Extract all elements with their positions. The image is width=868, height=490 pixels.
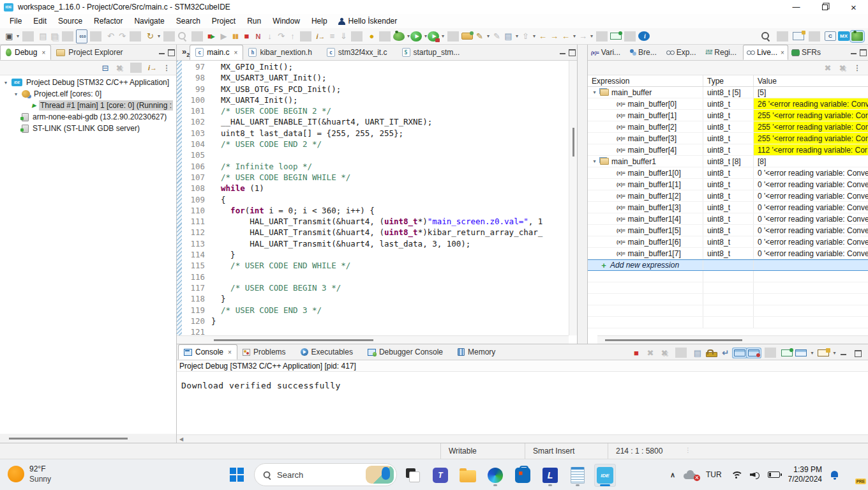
dropdown-icon[interactable]: ▾ [422, 29, 428, 43]
tab-overflow-chevron[interactable]: »2 [182, 47, 190, 58]
expander-icon[interactable]: ▾ [13, 91, 19, 97]
expander-icon[interactable]: ▾ [592, 89, 597, 95]
expander-icon[interactable]: ▾ [592, 158, 597, 164]
scroll-thumb[interactable] [9, 438, 128, 440]
panel-tab[interactable]: Bre... [627, 45, 663, 60]
dropdown-icon[interactable]: ▾ [155, 29, 161, 43]
step-into-icon[interactable]: ↓ [263, 29, 274, 43]
stm32cubeide-icon[interactable]: IDE [594, 464, 616, 487]
remove-expression-icon[interactable]: ✖ [822, 61, 834, 75]
close-tab-icon[interactable]: × [228, 349, 232, 356]
battery-icon[interactable] [768, 471, 780, 478]
panel-tab[interactable]: Executables [296, 344, 363, 360]
expander-icon[interactable]: ▾ [3, 80, 9, 86]
dropdown-icon[interactable]: ▾ [809, 346, 815, 360]
minimize-view-icon[interactable] [158, 48, 166, 56]
dropdown-icon[interactable]: ▾ [484, 29, 490, 43]
editor-tab[interactable]: c stm32f4xx_it.c [322, 45, 397, 60]
collapse-frames-icon[interactable]: ⇓ [337, 29, 348, 43]
open-console-icon[interactable] [818, 349, 829, 356]
pin-console-icon[interactable] [781, 349, 793, 356]
save-all-icon[interactable]: ▤ [48, 29, 59, 43]
volume-icon[interactable] [750, 471, 760, 479]
view-menu-icon[interactable]: ⋮ [851, 61, 863, 75]
expression-row[interactable]: ▾ main_buffer1 uint8_t [8] [8] [588, 156, 868, 167]
mx-perspective-icon[interactable]: MX [838, 31, 849, 41]
expression-row[interactable]: (x)= main_buffer1[0] uint8_t 0 '<error r… [588, 167, 868, 179]
teams-icon[interactable]: T [430, 464, 451, 487]
expression-row[interactable]: (x)= main_buffer1[7] uint8_t 0 '<error r… [588, 248, 868, 259]
minimize-window-button[interactable]: — [782, 0, 811, 14]
menu-item[interactable]: File [4, 15, 27, 27]
debug-panel-hscrollbar[interactable] [0, 434, 176, 443]
dropdown-icon[interactable]: ▾ [588, 29, 594, 43]
expression-row[interactable]: (x)= main_buffer[2] uint8_t 255 '<error … [588, 121, 868, 133]
menu-item[interactable]: Refactor [88, 15, 128, 27]
panel-tab[interactable]: Exp... [663, 45, 703, 60]
search-disabled-icon[interactable] [177, 31, 189, 41]
remove-launch-icon[interactable]: ✖ [645, 346, 656, 360]
console-hscrollbar[interactable]: ◀ [177, 434, 868, 443]
scroll-thumb[interactable] [214, 339, 373, 341]
dropdown-icon[interactable]: ▾ [439, 29, 445, 43]
mark-occurrences-icon[interactable]: ✎ [490, 29, 502, 43]
clock[interactable]: 1:39 PM 7/20/2024 [788, 465, 822, 484]
info-icon[interactable]: i [638, 31, 650, 41]
back-icon[interactable]: ← [559, 29, 571, 43]
close-window-button[interactable]: × [839, 0, 868, 14]
expression-row[interactable]: (x)= main_buffer1[1] uint8_t 0 '<error r… [588, 179, 868, 190]
debug-tree-item[interactable]: ▾ Project.elf [cores: 0] [0, 88, 176, 100]
scroll-thumb[interactable] [572, 128, 574, 157]
debug-perspective-icon[interactable] [851, 32, 863, 41]
restore-window-button[interactable] [811, 0, 839, 14]
l-app-icon[interactable]: L [539, 464, 561, 487]
search-highlight-image[interactable] [366, 466, 394, 484]
panel-tab[interactable]: Debugger Console [363, 344, 453, 360]
edge-icon[interactable] [484, 464, 506, 487]
instruction-stepping-icon[interactable]: i→ [147, 61, 158, 75]
language-indicator[interactable]: TUR [706, 470, 722, 479]
show-threads-icon[interactable]: ≡ [326, 29, 337, 43]
menu-item[interactable]: Run [241, 15, 267, 27]
next-annotation-icon[interactable]: ⇧ [519, 29, 530, 43]
relaunch-icon[interactable]: ↻ [144, 29, 155, 43]
expression-row[interactable]: (x)= main_buffer[0] uint8_t 26 '<error r… [588, 98, 868, 110]
column-header-value[interactable]: Value [754, 75, 868, 86]
panel-tab[interactable]: Memory [453, 344, 505, 360]
view-menu-icon[interactable]: ⋮ [161, 61, 172, 75]
cpp-perspective-icon[interactable]: C [825, 31, 836, 41]
step-return-icon[interactable]: ↑ [286, 29, 297, 43]
wifi-icon[interactable] [730, 471, 742, 479]
debug-tree-item[interactable]: ST-LINK (ST-LINK GDB server) [0, 123, 176, 134]
notepad-icon[interactable] [567, 464, 588, 487]
expression-row[interactable]: (x)= main_buffer1[3] uint8_t 0 '<error r… [588, 202, 868, 213]
trace-icon[interactable]: ● [365, 29, 377, 43]
store-icon[interactable] [512, 464, 534, 487]
weather-widget[interactable]: 92°F Sunny [8, 464, 51, 484]
terminate-relaunch-icon[interactable]: ■▶ [206, 29, 217, 43]
menu-item[interactable]: Window [267, 15, 306, 27]
menu-item[interactable]: Edit [27, 15, 52, 27]
remove-all-launches-icon[interactable]: ✖ [659, 346, 670, 360]
column-header-type[interactable]: Type [703, 75, 754, 86]
menu-item[interactable]: Navigate [128, 15, 170, 27]
expression-row[interactable]: (x)= main_buffer1[5] uint8_t 0 '<error r… [588, 225, 868, 236]
task-list-icon[interactable]: ▤ [502, 29, 513, 43]
menu-item[interactable]: Project [206, 15, 241, 27]
onedrive-icon[interactable] [684, 470, 698, 479]
build-icon[interactable]: 010 [76, 29, 87, 43]
task-view-button[interactable] [402, 464, 424, 487]
menu-item[interactable]: Search [170, 15, 206, 27]
suspend-icon[interactable]: ▮▮ [228, 29, 240, 43]
file-explorer-icon[interactable] [457, 464, 479, 487]
dropdown-icon[interactable]: ▾ [832, 346, 837, 360]
dropdown-icon[interactable]: ▾ [405, 29, 410, 43]
scroll-left-icon[interactable]: ◀ [177, 436, 183, 442]
debug-tree-item[interactable]: ▶ Thread #1 [main] 1 [core: 0] (Running … [0, 100, 176, 111]
panel-tab[interactable]: Live... × [743, 45, 788, 60]
panel-tab[interactable]: 1010 0101 Regi... [702, 45, 743, 60]
panel-tab[interactable]: Console × [178, 344, 237, 360]
program-chip-icon[interactable]: ✎ [473, 29, 484, 43]
expression-row[interactable]: (x)= main_buffer1[2] uint8_t 0 '<error r… [588, 190, 868, 202]
open-perspective-icon[interactable] [793, 32, 804, 40]
